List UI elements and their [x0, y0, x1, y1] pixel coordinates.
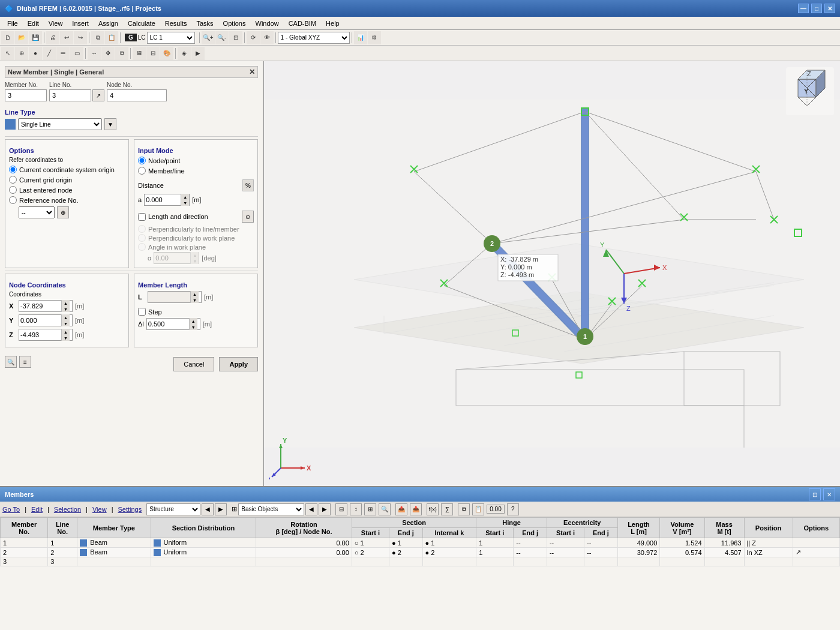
cell-sec-end[interactable]: ● 1	[389, 538, 423, 548]
menu-options[interactable]: Options	[218, 19, 251, 28]
ref-node-select[interactable]: --	[19, 206, 55, 218]
maximize-button[interactable]: □	[811, 4, 822, 13]
cell-options[interactable]	[793, 538, 839, 548]
cell-hinge-start[interactable]: 1	[476, 538, 514, 548]
cell-section-dist[interactable]: Uniform	[151, 548, 256, 557]
cell-ecc-start[interactable]: --	[547, 548, 584, 557]
coordinate-system-select[interactable]: 1 - Global XYZ	[278, 32, 350, 44]
panel-close-button[interactable]: ✕	[823, 488, 835, 500]
cell-ecc-end[interactable]: --	[584, 538, 618, 548]
ref-node-pick-button[interactable]: ⊕	[57, 206, 69, 218]
cell-sec-start[interactable]: ○ 2	[352, 548, 389, 557]
radio-perp-line[interactable]: Perpendicularly to line/member	[138, 225, 254, 233]
radio-perp-work[interactable]: Perpendicularly to work plane	[138, 234, 254, 242]
delta-input[interactable]	[147, 319, 189, 329]
delta-down[interactable]: ▼	[189, 324, 197, 330]
cell-section-dist[interactable]: Uniform	[151, 538, 256, 548]
menu-help[interactable]: Help	[321, 19, 344, 28]
results-button[interactable]: 📊	[354, 31, 367, 44]
y-up[interactable]: ▲	[61, 314, 70, 320]
angle-up[interactable]: ▲	[190, 252, 199, 258]
zoom-out-button[interactable]: 🔍-	[215, 31, 229, 44]
cell-internal[interactable]: ● 2	[422, 548, 476, 557]
cell-type[interactable]: Beam	[77, 548, 151, 557]
prev-obj-button[interactable]: ◀	[305, 503, 317, 515]
length-dir-icon-button[interactable]: ⊙	[242, 211, 254, 223]
cell-volume[interactable]: 1.524	[660, 538, 704, 548]
cell-sec-start[interactable]	[352, 557, 389, 566]
menu-window[interactable]: Window	[251, 19, 284, 28]
cell-mass[interactable]: 11.963	[704, 538, 744, 548]
next-obj-button[interactable]: ▶	[319, 503, 331, 515]
table-search-button[interactable]: 🔍	[379, 503, 391, 515]
cell-internal[interactable]: ● 1	[422, 538, 476, 548]
cell-length[interactable]	[617, 557, 660, 566]
settings-label[interactable]: Settings	[118, 506, 142, 513]
calc-button[interactable]: ∑	[441, 503, 453, 515]
menu-tasks[interactable]: Tasks	[191, 19, 218, 28]
angle-input[interactable]	[154, 253, 190, 263]
cell-options[interactable]: ↗	[793, 548, 839, 557]
view-button[interactable]: 👁	[260, 31, 274, 44]
l-up[interactable]: ▲	[190, 291, 199, 297]
cell-length[interactable]: 30.972	[617, 548, 660, 557]
help-table-button[interactable]: ?	[507, 503, 519, 515]
minimize-button[interactable]: —	[798, 4, 809, 13]
radio-grid-origin[interactable]: Current grid origin	[9, 176, 125, 184]
copy-table-button[interactable]: ⧉	[458, 503, 470, 515]
cell-hinge-end[interactable]: --	[514, 538, 547, 548]
display-button[interactable]: 🖥	[133, 47, 146, 60]
zoom-in-button[interactable]: 🔍+	[202, 31, 215, 44]
pct-button[interactable]: %	[242, 179, 254, 191]
cell-mass[interactable]	[704, 557, 744, 566]
line-no-icon-button[interactable]: ↗	[92, 89, 104, 101]
selection-label[interactable]: Selection	[54, 506, 81, 513]
cell-mass[interactable]: 4.507	[704, 548, 744, 557]
cell-hinge-end[interactable]	[514, 557, 547, 566]
menu-cad-bim[interactable]: CAD-BIM	[284, 19, 321, 28]
prev-page-button[interactable]: ◀	[202, 503, 214, 515]
cell-ecc-start[interactable]: --	[547, 538, 584, 548]
copy-item-button[interactable]: ⧉	[115, 47, 128, 60]
l-down[interactable]: ▼	[190, 297, 199, 303]
cell-sec-start[interactable]: ○ 1	[352, 538, 389, 548]
cell-member[interactable]: 2	[1, 548, 48, 557]
z-down[interactable]: ▼	[61, 335, 70, 341]
cell-position[interactable]	[744, 557, 793, 566]
color-button[interactable]: 🎨	[160, 47, 173, 60]
open-button[interactable]: 📂	[15, 31, 28, 44]
list-panel-button[interactable]: ≡	[19, 356, 31, 368]
l-input[interactable]	[148, 292, 190, 302]
cell-position[interactable]: || Z	[744, 538, 793, 548]
cell-sec-end[interactable]: ● 2	[389, 548, 423, 557]
table-filter-button[interactable]: ⊟	[335, 503, 347, 515]
step-check[interactable]: Step	[138, 308, 254, 316]
cell-sec-end[interactable]	[389, 557, 423, 566]
panel-close-button[interactable]: ✕	[249, 68, 255, 76]
line-no-input[interactable]	[49, 89, 91, 101]
cell-options[interactable]	[793, 557, 839, 566]
cell-hinge-start[interactable]: 1	[476, 548, 514, 557]
cell-rotation[interactable]: 0.00	[256, 538, 352, 548]
menu-view[interactable]: View	[44, 19, 68, 28]
radio-coord-system[interactable]: Current coordinate system origin	[9, 166, 125, 173]
filter-button[interactable]: ⊟	[146, 47, 160, 60]
apply-button[interactable]: Apply	[219, 357, 258, 371]
view-label[interactable]: View	[92, 506, 107, 513]
cell-ecc-end[interactable]: --	[584, 548, 618, 557]
new-button[interactable]: 🗋	[1, 31, 14, 44]
node-button[interactable]: ●	[29, 47, 42, 60]
table-group-button[interactable]: ⊞	[364, 503, 376, 515]
table-sort-button[interactable]: ↕	[350, 503, 362, 515]
cell-ecc-start[interactable]	[547, 557, 584, 566]
angle-down[interactable]: ▼	[190, 258, 199, 264]
search-panel-button[interactable]: 🔍	[5, 356, 17, 368]
edit-label[interactable]: Edit	[31, 506, 43, 513]
node-no-input[interactable]	[107, 89, 167, 101]
cell-volume[interactable]	[660, 557, 704, 566]
cell-rotation[interactable]: 0.00	[256, 548, 352, 557]
menu-assign[interactable]: Assign	[94, 19, 123, 28]
cell-ecc-end[interactable]	[584, 557, 618, 566]
delta-up[interactable]: ▲	[189, 318, 197, 324]
panel-detach-button[interactable]: ⊡	[809, 488, 821, 500]
